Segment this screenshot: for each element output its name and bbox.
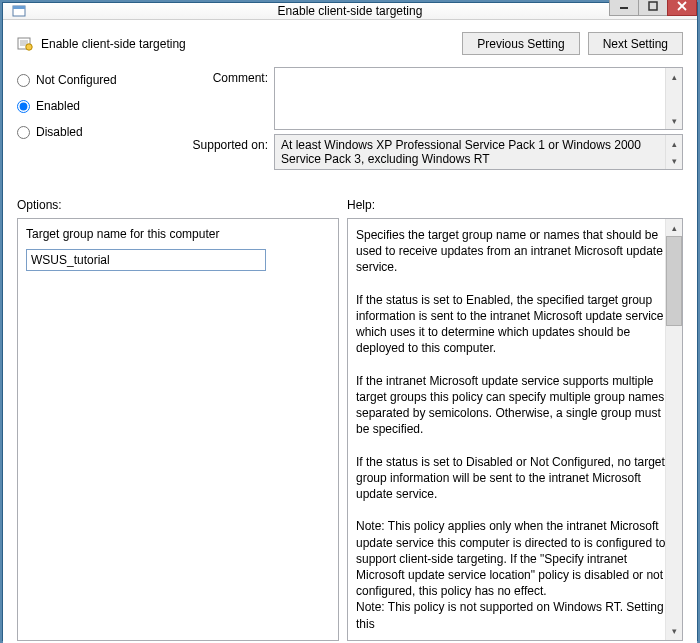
radio-enabled-input[interactable] [17,100,30,113]
supported-scrollbar[interactable]: ▴ ▾ [665,135,682,169]
panels: Target group name for this computer Spec… [3,218,697,643]
radio-not-configured-input[interactable] [17,74,30,87]
svg-point-10 [26,43,32,49]
scrollbar-track[interactable] [666,326,682,623]
supported-on-field: At least Windows XP Professional Service… [274,134,683,170]
scroll-up-icon[interactable]: ▴ [666,68,682,85]
dialog-content: Enable client-side targeting Previous Se… [3,20,697,643]
supported-on-text: At least Windows XP Professional Service… [281,138,641,166]
target-group-input[interactable] [26,249,266,271]
supported-on-label: Supported on: [173,134,268,152]
next-setting-button[interactable]: Next Setting [588,32,683,55]
scroll-down-icon[interactable]: ▾ [666,152,682,169]
window-controls [610,0,697,18]
help-text: Specifies the target group name or names… [356,227,682,632]
radio-disabled[interactable]: Disabled [17,125,167,139]
options-label: Options: [17,198,347,212]
target-group-label: Target group name for this computer [26,227,330,241]
state-radio-group: Not Configured Enabled Disabled [17,67,167,139]
policy-name: Enable client-side targeting [41,37,186,51]
app-icon [11,3,27,19]
scrollbar-thumb[interactable] [666,236,682,326]
comment-field-wrap: ▴ ▾ [274,67,683,130]
comment-label: Comment: [173,67,268,85]
svg-rect-3 [649,2,657,10]
comment-field[interactable] [275,68,665,126]
radio-disabled-label: Disabled [36,125,83,139]
scroll-up-icon[interactable]: ▴ [666,135,682,152]
radio-not-configured[interactable]: Not Configured [17,73,167,87]
maximize-button[interactable] [638,0,668,16]
close-button[interactable] [667,0,697,16]
window-title: Enable client-side targeting [3,4,697,18]
radio-not-configured-label: Not Configured [36,73,117,87]
minimize-button[interactable] [609,0,639,16]
scroll-up-icon[interactable]: ▴ [666,219,682,236]
help-label: Help: [347,198,375,212]
scroll-down-icon[interactable]: ▾ [666,623,682,640]
section-labels: Options: Help: [3,180,697,218]
nav-buttons: Previous Setting Next Setting [462,32,683,55]
titlebar: Enable client-side targeting [3,3,697,20]
help-panel: Specifies the target group name or names… [347,218,683,641]
dialog-window: Enable client-side targeting [2,2,698,641]
comment-scrollbar[interactable]: ▴ ▾ [665,68,682,129]
config-area: Not Configured Enabled Disabled Comment:… [3,61,697,180]
policy-icon [17,36,33,52]
previous-setting-button[interactable]: Previous Setting [462,32,579,55]
radio-enabled[interactable]: Enabled [17,99,167,113]
scroll-down-icon[interactable]: ▾ [666,112,682,129]
options-panel: Target group name for this computer [17,218,339,641]
help-scrollbar[interactable]: ▴ ▾ [665,219,682,640]
header-row: Enable client-side targeting Previous Se… [3,20,697,61]
radio-enabled-label: Enabled [36,99,80,113]
svg-rect-1 [13,6,25,9]
radio-disabled-input[interactable] [17,126,30,139]
